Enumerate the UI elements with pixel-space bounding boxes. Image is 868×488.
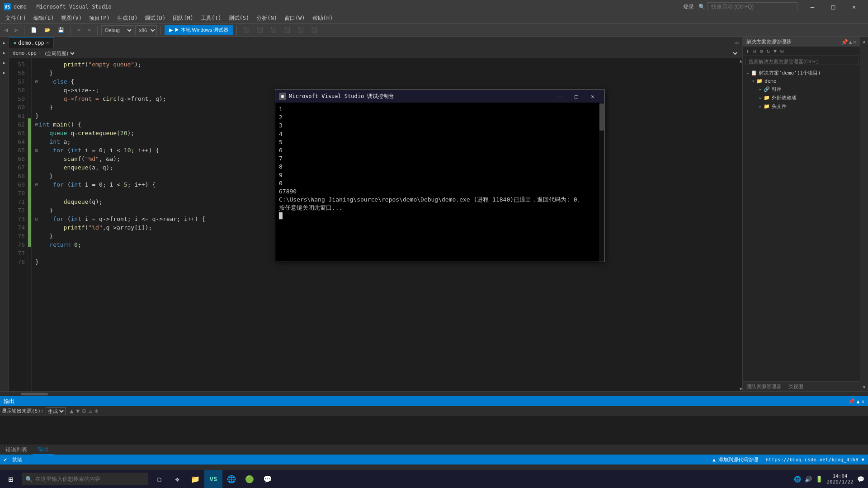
- fold-icon-69[interactable]: ⊟: [35, 180, 38, 189]
- sidebar-icon-4[interactable]: ▶: [1, 70, 8, 78]
- blog-link[interactable]: https://blog.csdn.net/king_4168 ▼: [765, 457, 864, 463]
- taskbar-chrome-icon[interactable]: 🟢: [241, 470, 259, 488]
- se-search-input[interactable]: [745, 58, 859, 65]
- se-header-item[interactable]: ▸ 📁 头文件: [743, 102, 860, 111]
- tab-close-button[interactable]: ×: [46, 40, 49, 46]
- se-tab-team[interactable]: 团队资源管理器: [743, 382, 785, 391]
- output-btn3[interactable]: ⊡: [81, 408, 87, 414]
- sidebar-icon-1[interactable]: ▶: [1, 41, 8, 48]
- menu-view[interactable]: 视图(V): [57, 14, 85, 23]
- menu-file[interactable]: 文件(F): [2, 14, 30, 23]
- toolbar-new[interactable]: 📄: [28, 26, 40, 34]
- se-view-toggle[interactable]: ⊞: [779, 47, 785, 55]
- output-close-button[interactable]: ✕: [861, 399, 864, 404]
- se-close-button[interactable]: ✕: [853, 39, 856, 45]
- se-tab-class[interactable]: 类视图: [785, 382, 807, 391]
- output-source-select[interactable]: 生成: [46, 407, 66, 415]
- toolbar-save[interactable]: 💾: [55, 26, 67, 34]
- sidebar-icon-3[interactable]: ▶: [1, 61, 8, 68]
- mini-sidebar-scroll-up[interactable]: ▲: [863, 39, 865, 44]
- start-button[interactable]: ⊞: [0, 470, 22, 488]
- menu-team[interactable]: 团队(M): [169, 14, 197, 23]
- menu-build[interactable]: 生成(B): [113, 14, 142, 23]
- tab-error-list[interactable]: 错误列表: [0, 445, 33, 455]
- toolbar-open[interactable]: 📂: [42, 26, 53, 34]
- fold-icon-62[interactable]: ⊟: [35, 120, 38, 129]
- output-btn5[interactable]: ⊕: [94, 408, 99, 414]
- toolbar-btn3[interactable]: ⬛: [268, 26, 279, 34]
- se-properties-button[interactable]: ⚙: [758, 47, 764, 55]
- taskbar-notification-icon[interactable]: 💬: [857, 476, 864, 483]
- menu-project[interactable]: 项目(P): [85, 14, 113, 23]
- taskbar-search-input[interactable]: [35, 473, 135, 485]
- fold-icon-65[interactable]: ⊟: [35, 146, 38, 155]
- minimize-button[interactable]: —: [802, 0, 823, 14]
- output-btn2[interactable]: ▼: [75, 408, 80, 414]
- login-text[interactable]: 登录: [683, 3, 694, 11]
- se-external-item[interactable]: ▸ 📁 外部依赖项: [743, 94, 860, 102]
- se-solution-item[interactable]: ▸ 📋 解决方案'demo'(1个项目): [743, 69, 860, 77]
- toolbar-back[interactable]: ◁: [2, 26, 10, 34]
- scroll-down-button[interactable]: ▼: [739, 386, 742, 391]
- toolbar-undo[interactable]: ↩: [75, 26, 83, 34]
- console-scrollbar[interactable]: [599, 103, 604, 262]
- se-filter-button[interactable]: ▼: [772, 47, 778, 55]
- member-select[interactable]: [730, 50, 739, 56]
- solution-explorer-toggle[interactable]: ◁▷: [731, 39, 742, 46]
- console-maximize-button[interactable]: □: [568, 90, 585, 103]
- se-collapse-button[interactable]: ⊟: [751, 47, 757, 55]
- mini-sidebar-scroll-down[interactable]: ▼: [863, 385, 865, 389]
- debug-config-select[interactable]: Debug Release: [101, 25, 133, 35]
- menu-analyze[interactable]: 分析(N): [253, 14, 281, 23]
- fold-icon-57[interactable]: ⊟: [35, 77, 38, 86]
- toolbar-btn4[interactable]: ⬛: [281, 26, 293, 34]
- maximize-button[interactable]: □: [823, 0, 844, 14]
- run-button[interactable]: ▶ ▶ 本地 Windows 调试器: [165, 25, 233, 35]
- toolbar-forward[interactable]: ▷: [12, 26, 21, 34]
- toolbar-btn6[interactable]: ⬛: [308, 26, 320, 34]
- quick-launch-input[interactable]: [707, 2, 797, 11]
- menu-edit[interactable]: 编辑(E): [30, 14, 58, 23]
- se-pin-button[interactable]: 📌: [841, 39, 848, 45]
- output-maximize-button[interactable]: ▲: [857, 399, 860, 404]
- output-btn4[interactable]: ≡: [88, 408, 93, 414]
- console-scroll-thumb[interactable]: [599, 103, 604, 131]
- menu-tools[interactable]: 工具(T): [197, 14, 225, 23]
- output-pin-button[interactable]: 📌: [849, 399, 855, 404]
- console-title-bar[interactable]: ■ Microsoft Visual Studio 调试控制台 — □ ✕: [275, 90, 604, 103]
- console-close-button[interactable]: ✕: [585, 90, 601, 103]
- console-minimize-button[interactable]: —: [552, 90, 568, 103]
- se-maximize-button[interactable]: ▲: [849, 39, 852, 45]
- menu-debug[interactable]: 调试(D): [141, 14, 169, 23]
- fold-icon-73[interactable]: ⊟: [35, 215, 38, 223]
- run-icon: ▶: [169, 27, 173, 33]
- taskbar-vs-icon[interactable]: VS: [204, 470, 222, 488]
- toolbar-btn5[interactable]: ⬛: [295, 26, 307, 34]
- toolbar-btn1[interactable]: ⬛: [241, 26, 252, 34]
- add-source-control[interactable]: ▲ 添加到源代码管理: [712, 456, 758, 463]
- status-bar: ✔ 就绪 ▲ 添加到源代码管理 https://blog.csdn.net/ki…: [0, 455, 868, 465]
- taskbar-file-explorer-icon[interactable]: 📁: [186, 470, 204, 488]
- output-btn1[interactable]: ▲: [69, 408, 75, 414]
- se-sync-button[interactable]: ↕: [745, 47, 750, 55]
- toolbar-btn2[interactable]: ⬛: [254, 26, 266, 34]
- taskbar-cortana-icon[interactable]: ○: [150, 470, 168, 488]
- taskbar-msg-icon[interactable]: 💬: [259, 470, 277, 488]
- se-ref-item[interactable]: ▸ 🔗 引用: [743, 85, 860, 94]
- taskbar-browser-icon[interactable]: 🌐: [222, 470, 241, 488]
- tab-demo-cpp[interactable]: ≡ demo.cpp ×: [9, 37, 54, 48]
- taskbar-task-view-icon[interactable]: ❖: [168, 470, 186, 488]
- toolbar-redo[interactable]: ↪: [85, 26, 94, 34]
- menu-help[interactable]: 帮助(H): [309, 14, 337, 23]
- platform-select[interactable]: x86 x64: [135, 25, 157, 35]
- scroll-up-button[interactable]: ▲: [739, 58, 742, 63]
- menu-window[interactable]: 窗口(W): [281, 14, 309, 23]
- sidebar-icon-2[interactable]: ▶: [1, 51, 8, 58]
- close-button[interactable]: ✕: [844, 0, 864, 14]
- scope-select[interactable]: (全局范围): [43, 50, 76, 56]
- menu-test[interactable]: 测试(S): [225, 14, 253, 23]
- tab-output[interactable]: 输出: [33, 445, 54, 455]
- hscroll-bar[interactable]: [21, 393, 48, 395]
- se-refresh-button[interactable]: ↻: [765, 47, 771, 55]
- se-project-item[interactable]: ▾ 📁 demo: [743, 77, 860, 85]
